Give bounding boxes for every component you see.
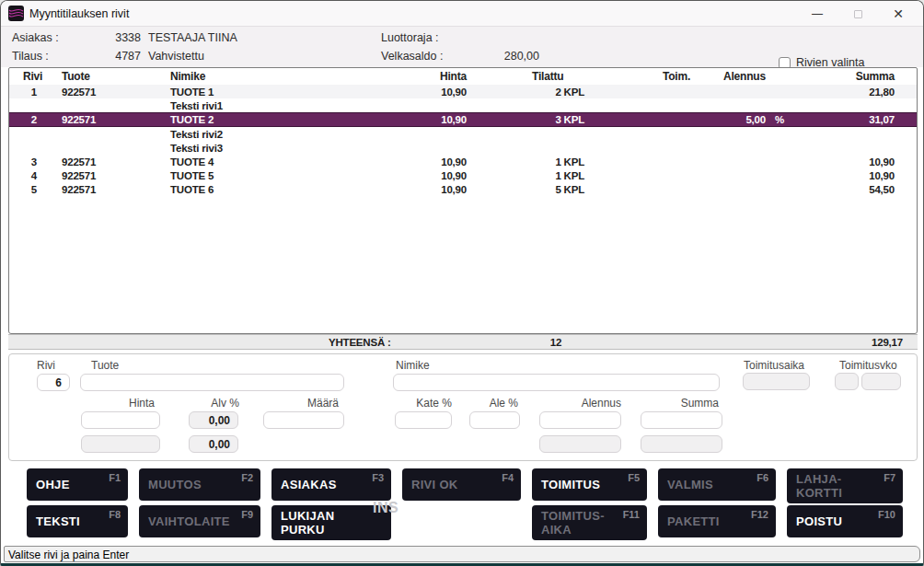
fkey-label: F10 <box>878 509 895 520</box>
kate-input[interactable] <box>395 411 452 429</box>
button-label: RIVI OK <box>411 478 458 491</box>
hinta-secondary-input[interactable] <box>81 435 160 453</box>
button-label: POISTU <box>796 514 842 528</box>
summa-input[interactable] <box>641 411 722 429</box>
fkey-label: F12 <box>751 509 768 520</box>
total-bar: YHTEENSÄ : 12 129,17 <box>8 334 918 350</box>
button-toimitus[interactable]: TOIMITUSF5 <box>532 468 647 501</box>
button-poistu[interactable]: POISTUF10 <box>787 505 903 537</box>
alennus-input[interactable] <box>539 411 621 429</box>
cell-nimike: TUOTE 1 <box>156 87 422 98</box>
hinta-input[interactable] <box>81 411 160 429</box>
fkey-label: F6 <box>757 472 768 483</box>
table-row[interactable]: 3922571TUOTE 410,901 KPL10,90 <box>9 155 917 168</box>
button-label: ASIAKAS <box>281 478 337 491</box>
cell-tuote: 922571 <box>53 170 156 181</box>
alennus-secondary-input[interactable] <box>539 435 621 453</box>
cell-hinta: 10,90 <box>422 114 469 125</box>
cell-hinta: 10,90 <box>422 184 469 195</box>
fkey-label: F8 <box>109 509 121 520</box>
table-row[interactable]: 2922571TUOTE 210,903 KPL5,00%31,07 <box>9 112 917 127</box>
cell-hinta: 10,90 <box>422 156 469 167</box>
cell-alennus-unit: % <box>769 114 793 125</box>
column-header-alennus: Alennus <box>716 70 769 83</box>
table-text-row[interactable]: Teksti rivi2 <box>9 127 917 141</box>
fkey-label: F11 <box>623 509 640 520</box>
toimitusvko-input-2[interactable] <box>861 373 901 390</box>
button-label: TOIMITUS- AIKA <box>541 509 605 537</box>
cell-summa: 54,50 <box>793 184 917 195</box>
title-bar: Myyntitilauksen rivit — ✕ <box>1 1 923 27</box>
button-label: LAHJA- KORTTI <box>796 472 842 500</box>
cell-nimike: TUOTE 4 <box>156 156 422 167</box>
button-teksti[interactable]: TEKSTIF8 <box>27 505 128 537</box>
debt-balance-value: 280,00 <box>466 50 539 63</box>
column-header-nimike: Nimike <box>156 70 422 83</box>
button-label: VAIHTOLAITE <box>148 514 230 528</box>
ale-label: Ale % <box>481 397 518 410</box>
order-number: 4787 <box>86 50 141 63</box>
button-valmis[interactable]: VALMISF6 <box>658 468 776 501</box>
order-label: Tilaus : <box>12 50 49 63</box>
cell-alennus: 5,00 <box>716 114 769 125</box>
table-row[interactable]: 4922571TUOTE 510,901 KPL10,90 <box>9 168 917 182</box>
fkey-label: F2 <box>241 472 253 483</box>
table-row[interactable]: 1922571TUOTE 110,902 KPL21,80 <box>9 85 917 98</box>
customer-code: 3338 <box>86 31 141 44</box>
table-text-row[interactable]: Teksti rivi1 <box>9 98 917 112</box>
button-label: TEKSTI <box>36 514 80 528</box>
nimike-input[interactable] <box>393 374 720 391</box>
cell-tilattu: 3 KPL <box>469 114 587 125</box>
ale-input[interactable] <box>469 411 520 429</box>
table-header-row: RiviTuoteNimikeHintaTilattuToim.AlennusS… <box>9 68 917 85</box>
row-edit-form: Rivi Tuote Nimike Toimitusaika Toimitusv… <box>8 353 918 461</box>
toimitusaika-input[interactable] <box>743 373 810 390</box>
table-row[interactable]: 5922571TUOTE 610,905 KPL54,50 <box>9 182 917 196</box>
cell-tilattu: 1 KPL <box>469 170 587 181</box>
cell-tuote: 922571 <box>53 114 156 125</box>
cell-nimike: TUOTE 5 <box>156 170 422 181</box>
button-lahja-kortti[interactable]: LAHJA- KORTTIF7 <box>787 468 903 503</box>
button-label: TOIMITUS <box>541 478 600 491</box>
column-header-hinta: Hinta <box>422 70 469 83</box>
button-ohje[interactable]: OHJEF1 <box>27 468 128 501</box>
customer-label: Asiakas : <box>12 31 59 44</box>
button-muutos[interactable]: MUUTOSF2 <box>139 468 260 501</box>
summa-secondary-input[interactable] <box>641 435 722 453</box>
maara-input[interactable] <box>263 411 344 429</box>
button-label: PAKETTI <box>667 514 720 528</box>
alv-secondary-input[interactable] <box>189 435 238 453</box>
rivi-input[interactable] <box>37 374 70 391</box>
toimitusaika-label: Toimitusaika <box>744 359 804 372</box>
status-text: Valitse rivi ja paina Enter <box>8 549 129 561</box>
cell-hinta: 10,90 <box>422 87 469 98</box>
table-text-row[interactable]: Teksti rivi3 <box>9 141 917 155</box>
order-status: Vahvistettu <box>148 50 204 63</box>
tuote-input[interactable] <box>80 374 344 391</box>
column-header-summa: Summa <box>793 70 917 83</box>
cell-tuote: 922571 <box>53 156 156 167</box>
button-asiakas[interactable]: ASIAKASF3 <box>271 468 391 501</box>
cell-summa: 31,07 <box>793 114 917 125</box>
maximize-icon[interactable] <box>840 1 875 27</box>
total-quantity: 12 <box>519 337 593 348</box>
alv-input[interactable] <box>189 411 238 429</box>
button-rivi-ok[interactable]: RIVI OKF4 <box>402 468 521 501</box>
total-sum: 129,17 <box>872 337 903 348</box>
hinta-label: Hinta <box>110 397 155 410</box>
window-title: Myyntitilauksen rivit <box>29 7 129 20</box>
total-label: YHTEENSÄ : <box>329 337 391 348</box>
button-paketti[interactable]: PAKETTIF12 <box>658 505 776 537</box>
minimize-icon[interactable]: — <box>800 1 835 27</box>
button-gap <box>402 505 521 537</box>
toimitusvko-input-1[interactable] <box>835 373 859 390</box>
button-label: OHJE <box>36 478 70 491</box>
cell-tuote: 922571 <box>53 184 156 195</box>
cell-rivi: 5 <box>9 184 53 195</box>
order-rows-table[interactable]: RiviTuoteNimikeHintaTilattuToim.AlennusS… <box>8 67 918 334</box>
column-header-tuote: Tuote <box>53 70 156 83</box>
fkey-label: F1 <box>109 472 121 483</box>
button-toimitus-aika[interactable]: TOIMITUS- AIKAF11 <box>532 505 647 540</box>
button-vaihtolaite[interactable]: VAIHTOLAITEF9 <box>139 505 260 537</box>
close-icon[interactable]: ✕ <box>881 1 916 27</box>
